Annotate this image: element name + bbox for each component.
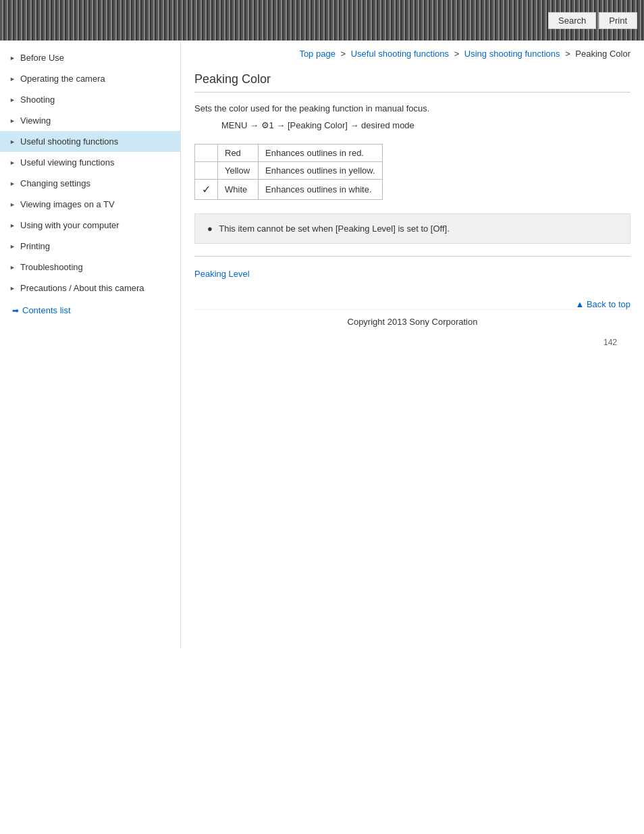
sidebar-item-shooting[interactable]: ► Shooting [0,89,180,110]
chevron-right-icon: ► [9,222,16,229]
divider [194,256,630,257]
table-cell-desc: Enhances outlines in yellow. [259,162,383,180]
breadcrumb-using-shooting[interactable]: Using shooting functions [464,49,560,59]
sidebar-item-troubleshooting[interactable]: ► Troubleshooting [0,257,180,278]
back-to-top-link[interactable]: ▲ Back to top [575,299,630,309]
sidebar-item-changing-settings[interactable]: ► Changing settings [0,173,180,194]
breadcrumb-sep2: > [454,49,460,59]
chevron-right-icon: ► [9,201,16,208]
menu-path: MENU → ⚙1 → [Peaking Color] → desired mo… [221,120,630,130]
header-buttons: Search Print [548,12,637,29]
sidebar-item-useful-viewing[interactable]: ► Useful viewing functions [0,152,180,173]
sidebar-item-printing[interactable]: ► Printing [0,236,180,257]
description: Sets the color used for the peaking func… [194,103,630,113]
copyright-text: Copyright 2013 Sony Corporation [348,317,478,327]
chevron-right-icon: ► [9,76,16,82]
sidebar-item-useful-shooting[interactable]: ► Useful shooting functions [0,131,180,152]
table-row: ✓ White Enhances outlines in white. [195,180,383,200]
sidebar-item-using-computer[interactable]: ► Using with your computer [0,215,180,236]
chevron-right-icon: ► [9,97,16,103]
chevron-right-icon: ► [9,285,16,292]
table-cell-icon [195,162,218,180]
breadcrumb-sep3: > [565,49,570,59]
chevron-right-icon: ► [9,243,16,250]
table-cell-color: Red [218,145,259,162]
options-table: Red Enhances outlines in red. Yellow Enh… [194,144,383,200]
table-cell-icon [195,145,218,162]
main-layout: ► Before Use ► Operating the camera ► Sh… [0,41,644,648]
sidebar: ► Before Use ► Operating the camera ► Sh… [0,41,181,648]
table-cell-color: Yellow [218,162,259,180]
chevron-right-icon: ► [9,55,16,61]
table-cell-icon: ✓ [195,180,218,200]
sidebar-item-operating-camera[interactable]: ► Operating the camera [0,68,180,89]
chevron-right-icon: ► [9,180,16,187]
chevron-right-icon: ► [9,264,16,271]
breadcrumb-useful-shooting[interactable]: Useful shooting functions [351,49,449,59]
breadcrumb-top[interactable]: Top page [299,49,336,59]
chevron-right-icon: ► [9,159,16,166]
back-to-top: ▲ Back to top [194,299,630,309]
arrow-right-icon: ➡ [12,306,19,315]
table-row: Yellow Enhances outlines in yellow. [195,162,383,180]
table-cell-color: White [218,180,259,200]
breadcrumb-current: Peaking Color [575,49,630,59]
table-row: Red Enhances outlines in red. [195,145,383,162]
breadcrumb: Top page > Useful shooting functions > U… [194,41,630,66]
content-area: Top page > Useful shooting functions > U… [181,41,644,648]
page-number: 142 [194,338,630,347]
table-cell-desc: Enhances outlines in white. [259,180,383,200]
note-box: ● This item cannot be set when [Peaking … [194,213,630,244]
chevron-right-icon: ► [9,138,16,145]
note-text: This item cannot be set when [Peaking Le… [219,224,450,234]
sidebar-item-viewing[interactable]: ► Viewing [0,110,180,131]
header: Search Print [0,0,644,41]
bullet-icon: ● [207,224,213,234]
print-button[interactable]: Print [599,12,637,29]
table-cell-desc: Enhances outlines in red. [259,145,383,162]
contents-list-link[interactable]: ➡ Contents list [0,298,180,322]
page-title: Peaking Color [194,72,630,93]
chevron-right-icon: ► [9,118,16,124]
sidebar-item-viewing-tv[interactable]: ► Viewing images on a TV [0,194,180,215]
breadcrumb-sep1: > [341,49,346,59]
footer: Copyright 2013 Sony Corporation [194,309,630,331]
sidebar-item-before-use[interactable]: ► Before Use [0,47,180,68]
sidebar-item-precautions[interactable]: ► Precautions / About this camera [0,278,180,298]
search-button[interactable]: Search [548,12,596,29]
peaking-level-link[interactable]: Peaking Level [194,269,250,279]
